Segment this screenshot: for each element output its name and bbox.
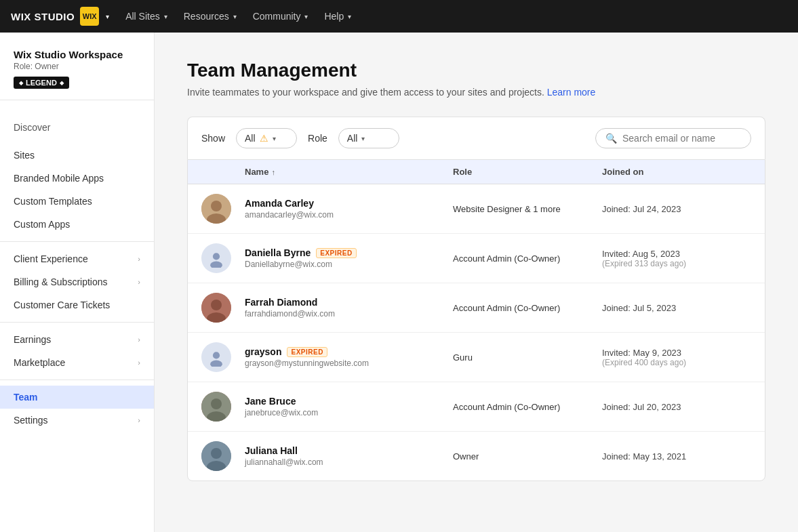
member-name: Juliana Hall <box>245 445 453 456</box>
top-navigation: WIX STUDIO WIX ▾ All Sites ▾ Resources ▾… <box>0 0 798 33</box>
brand-icon: WIX <box>80 7 99 26</box>
sidebar-item-sites[interactable]: Sites <box>0 144 154 167</box>
table-header: Name ↑ Role Joined on <box>188 160 765 184</box>
sidebar-divider-2 <box>0 322 154 323</box>
help-nav[interactable]: Help ▾ <box>324 11 351 22</box>
member-name: grayson EXPIRED <box>245 346 453 357</box>
member-joined: Joined: Jul 24, 2023 <box>602 204 751 214</box>
member-role: Account Admin (Co-Owner) <box>453 303 602 313</box>
member-info: Farrah Diamond farrahdiamond@wix.com <box>245 297 453 319</box>
billing-subscriptions-chevron-icon: › <box>138 278 140 286</box>
sidebar-item-custom-apps[interactable]: Custom Apps <box>0 213 154 236</box>
expired-badge: EXPIRED <box>287 347 327 357</box>
search-icon: 🔍 <box>605 133 617 144</box>
member-email: amandacarley@wix.com <box>245 210 453 220</box>
search-box[interactable]: 🔍 <box>595 128 751 148</box>
sidebar-item-custom-templates[interactable]: Custom Templates <box>0 190 154 213</box>
member-role: Account Admin (Co-Owner) <box>453 402 602 412</box>
community-nav[interactable]: Community ▾ <box>253 11 308 22</box>
avatar <box>201 441 245 471</box>
member-email: farrahdiamond@wix.com <box>245 309 453 319</box>
member-joined: Joined: May 13, 2021 <box>602 451 751 462</box>
member-role: Website Designer & 1 more <box>453 204 602 214</box>
sidebar-item-billing-subscriptions[interactable]: Billing & Subscriptions › <box>0 270 154 293</box>
sidebar-item-team[interactable]: Team <box>0 386 154 409</box>
svg-point-4 <box>213 253 220 260</box>
member-role: Account Admin (Co-Owner) <box>453 253 602 264</box>
svg-point-13 <box>211 398 222 409</box>
member-name: Daniella Byrne EXPIRED <box>245 247 453 258</box>
member-email: Daniellabyrne@wix.com <box>245 260 453 269</box>
member-info: grayson EXPIRED grayson@mystunningwebsit… <box>245 346 453 368</box>
show-filter-caret-icon: ▾ <box>273 135 276 142</box>
svg-point-7 <box>211 300 222 310</box>
show-filter-value: All <box>245 133 256 144</box>
table-row: Jane Bruce janebruce@wix.com Account Adm… <box>188 382 765 432</box>
search-input[interactable] <box>622 133 741 144</box>
member-email: juliannahall@wix.com <box>245 457 453 467</box>
workspace-role: Role: Owner <box>14 62 140 71</box>
table-row: Daniella Byrne EXPIRED Daniellabyrne@wix… <box>188 234 765 283</box>
svg-point-10 <box>213 352 220 359</box>
avatar <box>201 392 245 422</box>
all-sites-nav[interactable]: All Sites ▾ <box>125 11 167 22</box>
avatar <box>201 243 245 273</box>
team-table: Name ↑ Role Joined on <box>187 159 765 481</box>
sidebar-discover-section: Discover <box>0 111 154 144</box>
table-row: Juliana Hall juliannahall@wix.com Owner … <box>188 432 765 480</box>
joined-column-header: Joined on <box>602 167 751 177</box>
all-sites-chevron-icon: ▾ <box>164 13 167 20</box>
member-name: Farrah Diamond <box>245 297 453 308</box>
help-chevron-icon: ▾ <box>348 13 351 20</box>
earnings-chevron-icon: › <box>138 335 140 344</box>
role-label: Role <box>308 133 327 144</box>
member-name: Jane Bruce <box>245 396 453 407</box>
sidebar-item-client-experience[interactable]: Client Experience › <box>0 247 154 270</box>
brand-chevron-icon: ▾ <box>106 13 109 20</box>
expired-badge: EXPIRED <box>316 248 356 258</box>
sidebar-item-branded-mobile-apps[interactable]: Branded Mobile Apps <box>0 167 154 190</box>
member-role: Guru <box>453 352 602 363</box>
member-joined: Joined: Jul 20, 2023 <box>602 402 751 412</box>
avatar <box>201 342 245 372</box>
avatar <box>201 194 245 224</box>
member-email: janebruce@wix.com <box>245 408 453 417</box>
member-role: Owner <box>453 451 602 462</box>
sidebar-item-customer-care-tickets[interactable]: Customer Care Tickets <box>0 293 154 316</box>
resources-chevron-icon: ▾ <box>233 13 237 20</box>
discover-label: Discover <box>0 117 154 138</box>
table-row: Farrah Diamond farrahdiamond@wix.com Acc… <box>188 283 765 333</box>
workspace-name: Wix Studio Workspace <box>14 49 140 60</box>
sidebar: Wix Studio Workspace Role: Owner ◆ LEGEN… <box>0 33 155 532</box>
resources-nav[interactable]: Resources ▾ <box>184 11 237 22</box>
name-column-header[interactable]: Name ↑ <box>245 167 453 177</box>
wix-studio-wordmark: WIX STUDIO <box>11 11 75 22</box>
show-filter-dropdown[interactable]: All ⚠ ▾ <box>236 128 297 148</box>
filters-row: Show All ⚠ ▾ Role All ▾ 🔍 <box>187 117 765 159</box>
role-filter-dropdown[interactable]: All ▾ <box>338 128 399 148</box>
learn-more-link[interactable]: Learn more <box>547 87 596 98</box>
sidebar-item-settings[interactable]: Settings › <box>0 409 154 432</box>
sidebar-item-earnings[interactable]: Earnings › <box>0 328 154 351</box>
sidebar-divider <box>0 241 154 242</box>
brand-logo[interactable]: WIX STUDIO WIX ▾ <box>11 7 109 26</box>
avatar <box>201 293 245 323</box>
settings-chevron-icon: › <box>138 416 140 424</box>
role-column-header: Role <box>453 167 602 177</box>
marketplace-chevron-icon: › <box>138 359 140 367</box>
table-row: grayson EXPIRED grayson@mystunningwebsit… <box>188 333 765 382</box>
warning-icon: ⚠ <box>260 133 268 144</box>
member-joined: Invited: May 9, 2023 (Expired 400 days a… <box>602 348 751 367</box>
role-filter-value: All <box>347 133 358 144</box>
sidebar-item-marketplace[interactable]: Marketplace › <box>0 351 154 374</box>
svg-point-1 <box>211 201 222 211</box>
client-experience-chevron-icon: › <box>138 255 140 263</box>
svg-point-16 <box>211 448 222 459</box>
workspace-section: Wix Studio Workspace Role: Owner ◆ LEGEN… <box>0 49 154 100</box>
legend-badge: ◆ LEGEND ◆ <box>14 77 69 89</box>
member-info: Juliana Hall juliannahall@wix.com <box>245 445 453 467</box>
member-info: Jane Bruce janebruce@wix.com <box>245 396 453 417</box>
name-sort-icon: ↑ <box>271 168 275 176</box>
diamond-left-icon: ◆ <box>19 80 23 86</box>
role-filter-caret-icon: ▾ <box>361 135 365 142</box>
